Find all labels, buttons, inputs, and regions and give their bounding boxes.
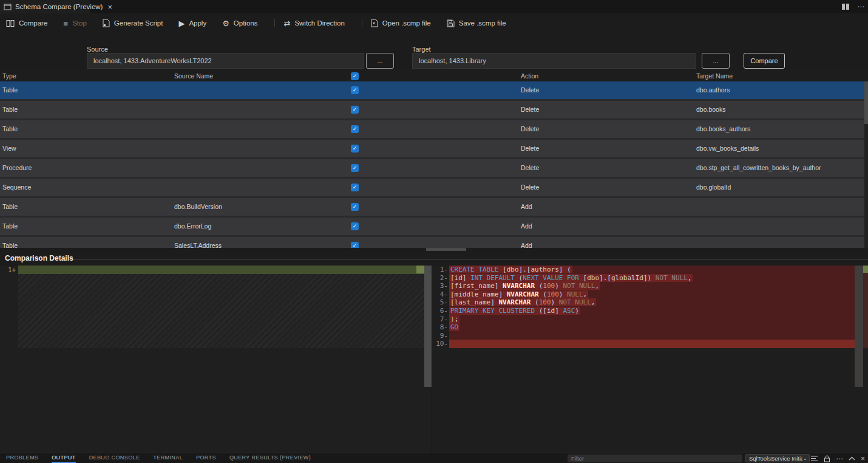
overview-added-marker — [863, 266, 868, 273]
lock-scroll-icon[interactable] — [824, 455, 830, 462]
target-browse-button[interactable]: ... — [702, 53, 730, 69]
maximize-panel-icon[interactable] — [849, 456, 855, 461]
grid-horizontal-scrollbar[interactable] — [0, 248, 868, 251]
diff-line-number: 2- — [432, 274, 449, 283]
source-input[interactable] — [87, 53, 364, 69]
cell-target-name: dbo.vw_books_details — [696, 140, 759, 157]
stop-button[interactable]: ■ Stop — [63, 19, 87, 27]
cell-type: Table — [2, 237, 18, 248]
select-all-checkbox[interactable]: ✓ — [351, 72, 359, 80]
diff-line-content: CREATE TABLE [dbo].[authors] ( — [449, 266, 855, 274]
header-source-name[interactable]: Source Name — [174, 70, 213, 81]
diff-removed-line: 10- — [432, 340, 868, 348]
grid-body: Table✓Deletedbo.authorsTable✓Deletedbo.b… — [0, 81, 868, 248]
table-row[interactable]: Sequence✓Deletedbo.globalId — [0, 179, 868, 198]
row-include-checkbox[interactable]: ✓ — [351, 106, 359, 114]
toolbar-separator — [362, 19, 362, 27]
cell-action: Add — [521, 218, 532, 235]
row-include-checkbox[interactable]: ✓ — [351, 86, 359, 94]
tab-schema-compare[interactable]: Schema Compare (Preview) × — [0, 0, 90, 13]
cell-target-name: dbo.globalId — [696, 179, 731, 196]
open-scmp-button[interactable]: Open .scmp file — [371, 19, 431, 27]
compare-run-button[interactable]: Compare — [744, 53, 785, 69]
generate-script-button[interactable]: Generate Script — [103, 19, 163, 27]
diff-added-line — [18, 266, 424, 274]
cell-target-name: dbo.books — [696, 101, 725, 118]
table-row[interactable]: Tabledbo.ErrorLog✓Add — [0, 218, 868, 237]
diff-left-scrollbar[interactable] — [424, 266, 432, 387]
output-filter-input[interactable] — [568, 454, 742, 462]
schema-compare-toolbar: Compare ■ Stop Generate Script ▶ Apply ⚙… — [0, 13, 868, 33]
tab-close-icon[interactable]: × — [107, 3, 112, 11]
panel-tab-ports[interactable]: PORTS — [196, 453, 216, 463]
cell-action: Delete — [521, 81, 539, 98]
table-row[interactable]: Table✓Deletedbo.authors — [0, 81, 868, 101]
results-grid-header: Type Source Name ✓ Action Target Name — [0, 70, 868, 81]
diff-line-content: ); — [449, 315, 855, 324]
cell-action: Add — [521, 198, 532, 215]
diff-overview-ruler — [863, 266, 868, 453]
panel-tab-terminal[interactable]: TERMINAL — [153, 453, 183, 463]
stop-icon: ■ — [63, 19, 68, 27]
cell-type: Procedure — [2, 159, 32, 176]
diff-line-number: 10- — [432, 340, 449, 348]
diff-line-content — [449, 332, 855, 340]
row-include-checkbox[interactable]: ✓ — [351, 164, 359, 172]
header-action[interactable]: Action — [521, 70, 538, 81]
table-row[interactable]: Procedure✓Deletedbo.stp_get_all_cowritte… — [0, 159, 868, 179]
table-row[interactable]: TableSalesLT.Address✓Add — [0, 237, 868, 248]
editor-more-actions-icon[interactable]: ⋯ — [857, 3, 864, 10]
diff-left-pane[interactable]: 1+ — [0, 266, 432, 453]
save-scmp-button[interactable]: Save .scmp file — [447, 19, 506, 27]
diff-line-content: PRIMARY KEY CLUSTERED ([id] ASC) — [449, 307, 855, 315]
row-include-checkbox[interactable]: ✓ — [351, 183, 359, 191]
panel-more-actions-icon[interactable]: ⋯ — [836, 455, 843, 462]
split-editor-icon[interactable] — [841, 3, 850, 10]
row-include-checkbox[interactable]: ✓ — [351, 203, 359, 211]
panel-tab-output[interactable]: OUTPUT — [52, 453, 75, 463]
cell-action: Delete — [521, 120, 539, 137]
close-panel-icon[interactable]: × — [861, 455, 865, 462]
cell-type: Table — [2, 101, 18, 118]
diff-line-content: [id] INT DEFAULT (NEXT VALUE FOR [dbo].[… — [449, 274, 855, 283]
table-row[interactable]: Table✓Deletedbo.books_authors — [0, 120, 868, 140]
header-type[interactable]: Type — [2, 70, 16, 81]
panel-tab-query-results-preview[interactable]: QUERY RESULTS (PREVIEW) — [229, 453, 311, 463]
cell-type: Table — [2, 198, 18, 215]
diff-line-content: [last_name] NVARCHAR (100) NOT NULL, — [449, 298, 855, 307]
clear-output-icon[interactable] — [810, 455, 818, 462]
row-include-checkbox[interactable]: ✓ — [351, 125, 359, 133]
row-include-checkbox[interactable]: ✓ — [351, 145, 359, 153]
cell-type: Table — [2, 81, 18, 98]
table-row[interactable]: Table✓Deletedbo.books — [0, 101, 868, 120]
row-include-checkbox[interactable]: ✓ — [351, 222, 359, 230]
switch-direction-button[interactable]: ⇄ Switch Direction — [283, 19, 344, 27]
table-row[interactable]: Tabledbo.BuildVersion✓Add — [0, 198, 868, 218]
apply-button[interactable]: ▶ Apply — [178, 19, 206, 27]
target-input[interactable] — [412, 53, 696, 69]
save-file-icon — [447, 19, 455, 27]
diff-right-lines: 1-CREATE TABLE [dbo].[authors] (2-[id] I… — [432, 266, 868, 348]
output-channel-dropdown[interactable]: SqlToolsService Initializ ⌄ — [745, 454, 810, 462]
editor-tab-bar: Schema Compare (Preview) × ⋯ — [0, 0, 868, 13]
source-label: Source — [87, 46, 108, 53]
source-browse-button[interactable]: ... — [366, 53, 394, 69]
table-row[interactable]: View✓Deletedbo.vw_books_details — [0, 140, 868, 159]
grid-vertical-scrollbar[interactable] — [864, 81, 868, 248]
chevron-down-icon: ⌄ — [802, 455, 807, 461]
compare-toolbar-button[interactable]: Compare — [6, 19, 47, 27]
panel-tab-problems[interactable]: PROBLEMS — [6, 453, 38, 463]
cell-source-name: dbo.ErrorLog — [174, 218, 211, 235]
tab-title: Schema Compare (Preview) — [15, 3, 103, 10]
row-include-checkbox[interactable]: ✓ — [351, 242, 359, 248]
diff-right-scrollbar[interactable] — [855, 266, 863, 387]
cell-action: Delete — [521, 179, 539, 196]
diff-line-number: 3- — [432, 282, 449, 290]
diff-left-line-number: 1+ — [0, 266, 16, 274]
options-button[interactable]: ⚙ Options — [222, 19, 257, 27]
diff-line-content: [first_name] NVARCHAR (100) NOT NULL, — [449, 282, 855, 290]
comparison-details-title: Comparison Details — [5, 254, 73, 262]
diff-right-pane[interactable]: 1-CREATE TABLE [dbo].[authors] (2-[id] I… — [432, 266, 868, 453]
panel-tab-debug-console[interactable]: DEBUG CONSOLE — [89, 453, 140, 463]
header-target-name[interactable]: Target Name — [696, 70, 733, 81]
